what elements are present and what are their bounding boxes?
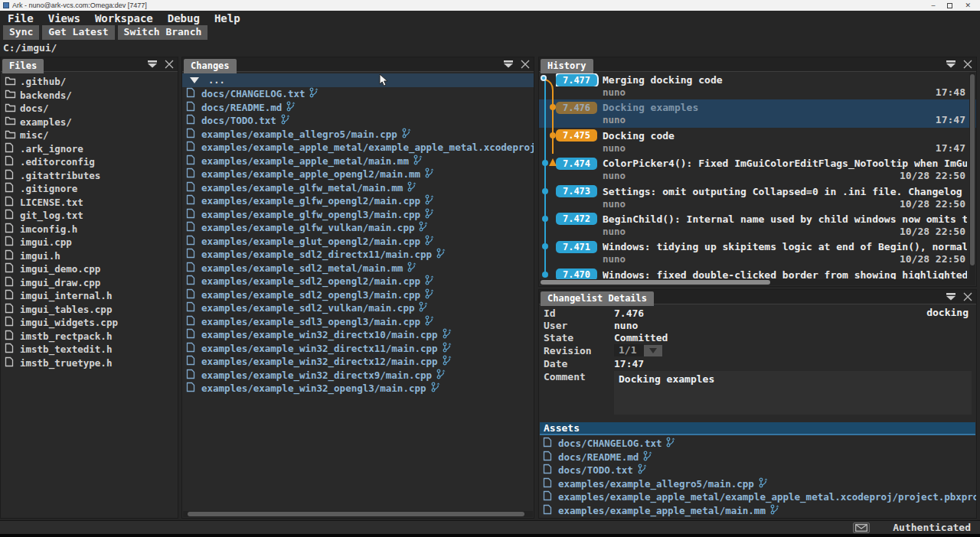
close-panel-icon[interactable] <box>962 291 973 302</box>
history-horizontal-scrollbar[interactable] <box>540 279 975 285</box>
file-tree-item[interactable]: git_log.txt <box>1 209 178 223</box>
commit-id-badge[interactable]: 7.477 <box>556 74 597 86</box>
changed-file-row[interactable]: examples/example_glfw_metal/main.mm <box>182 181 534 195</box>
commit-id-badge[interactable]: 7.471 <box>556 241 597 253</box>
tab-changelist-details[interactable]: Changelist Details <box>541 291 654 306</box>
file-tree-item[interactable]: imstb_rectpack.h <box>1 330 178 343</box>
file-tree-item[interactable]: backends/ <box>1 89 178 103</box>
commit-id-badge[interactable]: 7.475 <box>556 129 597 142</box>
changed-file-row[interactable]: examples/example_apple_metal/example_app… <box>182 141 534 155</box>
changed-file-row[interactable]: examples/example_sdl2_opengl2/main.cpp <box>182 275 534 288</box>
changed-file-row[interactable]: docs/CHANGELOG.txt <box>182 87 534 101</box>
toolbar-button[interactable]: Sync <box>3 25 39 40</box>
history-vertical-scrollbar[interactable] <box>969 73 975 279</box>
changed-file-row[interactable]: examples/example_win32_directx9/main.cpp <box>182 369 534 382</box>
maximize-button[interactable] <box>947 3 952 8</box>
changed-file-row[interactable]: examples/example_glfw_vulkan/main.cpp <box>182 221 534 235</box>
scrollbar-thumb[interactable] <box>541 280 770 285</box>
changed-file-row[interactable]: examples/example_apple_opengl2/main.mm <box>182 168 534 181</box>
file-tree-item[interactable]: imstb_textedit.h <box>1 343 178 356</box>
mail-icon[interactable] <box>853 522 870 533</box>
file-tree-item[interactable]: examples/ <box>1 116 178 129</box>
close-panel-icon[interactable] <box>164 59 175 70</box>
changed-file-row[interactable]: examples/example_glfw_opengl2/main.cpp <box>182 194 534 208</box>
changed-file-row[interactable]: examples/example_win32_directx12/main.cp… <box>182 355 534 369</box>
commit-row[interactable]: 7.471 Windows: tidying up skipitems logi… <box>539 239 976 266</box>
asset-file-row[interactable]: examples/example_allegro5/main.cpp <box>539 477 976 491</box>
commit-row[interactable]: 7.474 ColorPicker4(): Fixed ImGuiColorEd… <box>539 155 976 183</box>
tab-changes[interactable]: Changes <box>184 59 237 73</box>
changed-file-row[interactable]: examples/example_sdl2_directx11/main.cpp <box>182 248 534 262</box>
file-tree-item[interactable]: imgui.h <box>1 249 178 263</box>
commit-row[interactable]: 7.472 BeginChild(): Internal name used b… <box>539 211 976 239</box>
commit-id-badge[interactable]: 7.470 <box>556 268 597 280</box>
changed-file-row[interactable]: examples/example_win32_directx10/main.cp… <box>182 328 534 342</box>
file-tree-item[interactable]: imgui_draw.cpp <box>1 276 178 290</box>
tab-files[interactable]: Files <box>2 59 44 73</box>
minimize-button[interactable]: – <box>931 2 935 9</box>
filter-icon[interactable] <box>946 59 956 70</box>
close-panel-icon[interactable] <box>962 59 973 70</box>
close-window-button[interactable]: ✕ <box>965 2 971 9</box>
changed-file-row[interactable]: examples/example_sdl2_metal/main.mm <box>182 262 534 275</box>
scrollbar-thumb[interactable] <box>188 512 524 516</box>
menu-item[interactable]: Help <box>214 12 240 24</box>
changed-file-row[interactable]: docs/README.md <box>182 101 534 115</box>
scrollbar-thumb[interactable] <box>970 74 975 265</box>
changed-file-row[interactable]: examples/example_win32_opengl3/main.cpp <box>182 382 534 395</box>
file-tree-item[interactable]: LICENSE.txt <box>1 196 178 210</box>
commit-id-badge[interactable]: 7.476 <box>556 102 597 114</box>
asset-file-row[interactable]: examples/example_apple_metal/example_app… <box>539 490 976 504</box>
revision-dropdown[interactable] <box>644 345 662 356</box>
filter-icon[interactable] <box>946 291 956 302</box>
filter-icon[interactable] <box>147 59 158 70</box>
file-tree-item[interactable]: .gitattributes <box>1 169 178 183</box>
file-tree-item[interactable]: imconfig.h <box>1 223 178 236</box>
file-tree-item[interactable]: .ark_ignore <box>1 142 178 156</box>
commit-id-badge[interactable]: 7.473 <box>556 185 597 197</box>
changed-file-row[interactable]: examples/example_glut_opengl2/main.cpp <box>182 235 534 249</box>
file-tree-item[interactable]: imgui.cpp <box>1 236 178 249</box>
file-tree-item[interactable]: .gitignore <box>1 182 178 196</box>
commit-row[interactable]: 7.477 Merging docking code nuno 17:48 <box>539 72 976 99</box>
changed-file-row[interactable]: examples/example_sdl2_vulkan/main.cpp <box>182 301 534 315</box>
asset-file-row[interactable]: docs/README.md <box>539 451 976 464</box>
menu-item[interactable]: Debug <box>168 12 200 24</box>
file-tree-item[interactable]: misc/ <box>1 129 178 142</box>
file-tree-item[interactable]: imstb_truetype.h <box>1 356 178 370</box>
asset-file-row[interactable]: docs/TODO.txt <box>539 464 976 477</box>
changelist-group-row[interactable]: ... <box>182 73 534 87</box>
changed-file-row[interactable]: docs/TODO.txt <box>182 114 534 128</box>
menu-item[interactable]: File <box>8 12 34 24</box>
changes-horizontal-scrollbar[interactable] <box>183 511 533 517</box>
file-tree-item[interactable]: docs/ <box>1 102 178 116</box>
file-tree-item[interactable]: imgui_internal.h <box>1 289 178 303</box>
changed-file-row[interactable]: examples/example_sdl3_opengl3/main.cpp <box>182 315 534 329</box>
changed-file-row[interactable]: examples/example_apple_metal/main.mm <box>182 155 534 168</box>
commit-row[interactable]: 7.476 Docking examples nuno 17:47 <box>539 99 976 127</box>
changed-file-row[interactable]: examples/example_sdl2_opengl3/main.cpp <box>182 288 534 302</box>
changed-file-row[interactable]: examples/example_glfw_opengl3/main.cpp <box>182 208 534 222</box>
changed-file-row[interactable]: examples/example_allegro5/main.cpp <box>182 128 534 142</box>
file-tree-item[interactable]: imgui_widgets.cpp <box>1 316 178 330</box>
commit-id-badge[interactable]: 7.474 <box>556 158 597 170</box>
commit-id-badge[interactable]: 7.472 <box>556 213 597 225</box>
changed-file-row[interactable]: examples/example_win32_directx11/main.cp… <box>182 342 534 356</box>
toolbar-button[interactable]: Get Latest <box>42 25 114 40</box>
close-panel-icon[interactable] <box>520 59 531 70</box>
comment-textbox[interactable]: Docking examples <box>614 371 972 415</box>
commit-row[interactable]: 7.475 Docking code nuno 17:47 <box>539 128 976 155</box>
file-tree-item[interactable]: imgui_demo.cpp <box>1 262 178 276</box>
commit-row[interactable]: 7.473 Settings: omit outputing Collapsed… <box>539 184 976 211</box>
menu-item[interactable]: Workspace <box>95 12 153 24</box>
asset-file-row[interactable]: examples/example_apple_metal/main.mm <box>539 504 976 518</box>
file-tree-item[interactable]: .editorconfig <box>1 155 178 169</box>
menu-item[interactable]: Views <box>48 12 80 24</box>
toolbar-button[interactable]: Switch Branch <box>118 25 208 40</box>
expander-triangle-icon[interactable] <box>190 77 199 83</box>
filter-icon[interactable] <box>503 59 514 70</box>
file-tree-item[interactable]: imgui_tables.cpp <box>1 303 178 317</box>
commit-row[interactable]: 7.470 Windows: fixed double-clicked bord… <box>539 267 976 280</box>
file-tree-item[interactable]: .github/ <box>1 75 178 89</box>
asset-file-row[interactable]: docs/CHANGELOG.txt <box>539 437 976 451</box>
